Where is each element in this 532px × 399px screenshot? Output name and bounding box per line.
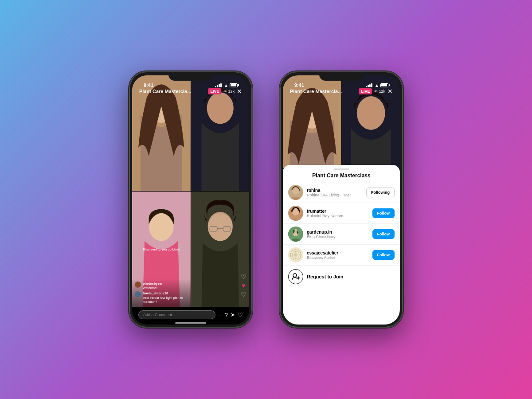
user-info-trumatter: trumatter Rukmini Ray Kadam: [307, 209, 369, 218]
svg-point-10: [208, 213, 232, 241]
panel-item-gardenup: gardenup.in Ekta Chaudhary Follow: [283, 224, 400, 245]
white-panel: Plant Care Masterclass rohina Rohina | A…: [283, 165, 400, 325]
panel-item-trumatter: trumatter Rukmini Ray Kadam Follow: [283, 203, 400, 224]
panel-item-rohina: rohina Rohina | AA Living · Host Followi…: [283, 182, 400, 203]
heart-icon-1: ♡: [241, 273, 246, 280]
comment-input-1[interactable]: Add a Comment...: [138, 310, 215, 319]
close-btn-1[interactable]: ✕: [237, 88, 242, 95]
svg-point-18: [356, 96, 385, 130]
panel-handle: [333, 168, 349, 170]
request-join-item[interactable]: Request to Join: [283, 266, 400, 288]
live-header-2: Plant Care Masterclа... LIVE 👁 12k ✕: [286, 87, 397, 97]
send-icon-1[interactable]: ➤: [231, 312, 235, 318]
avatar-essajees: [288, 247, 303, 262]
close-btn-2[interactable]: ✕: [387, 88, 393, 95]
video-grid-1: Miss seeing you go Live! photosbyean Wel…: [132, 75, 249, 307]
chat-avatar-1: [135, 282, 141, 288]
username-rohina: rohina: [307, 188, 363, 193]
chat-text-2: travis_shreds18 best indoor low light pl…: [143, 291, 188, 304]
avatar-trumatter: [288, 206, 303, 221]
comment-bar-1: Add a Comment... ··· ? ➤ ♡: [135, 309, 246, 321]
svg-point-4: [207, 92, 233, 124]
subtitle-essajees: Essajees Atelier: [307, 255, 369, 260]
username-essajees: essajeesatelier: [307, 250, 369, 255]
chat-message-1: photosbyean Welcome!: [135, 282, 188, 290]
panel-title: Plant Care Masterclass: [283, 172, 400, 182]
live-title-2: Plant Care Masterclа...: [290, 89, 356, 94]
eye-icon-1: 👁: [223, 90, 227, 94]
follow-btn-trumatter[interactable]: Follow: [372, 208, 395, 218]
username-gardenup: gardenup.in: [307, 230, 369, 235]
live-badge-2: LIVE: [359, 88, 372, 94]
user-info-rohina: rohina Rohina | AA Living · Host: [307, 188, 363, 197]
phone-1-screen: 9:41 ▲ Plant Care Masterclа... LIVE 👁: [132, 75, 249, 325]
panel-user-list: rohina Rohina | AA Living · Host Followi…: [283, 182, 400, 319]
svg-point-7: [149, 213, 173, 241]
avatar-rohina: [288, 185, 303, 200]
chat-overlay: photosbyean Welcome! travis_shreds18 bes…: [132, 279, 191, 307]
subtitle-gardenup: Ekta Chaudhary: [307, 235, 369, 239]
heart-icon-3: ♡: [241, 291, 246, 298]
follow-btn-essajees[interactable]: Follow: [372, 250, 395, 260]
request-join-icon: [288, 269, 303, 284]
subtitle-rohina: Rohina | AA Living · Host: [307, 193, 363, 197]
username-trumatter: trumatter: [307, 209, 369, 214]
live-badge-1: LIVE: [208, 88, 221, 94]
follow-btn-gardenup[interactable]: Follow: [372, 229, 395, 239]
heart-icon-2: ♥: [242, 282, 245, 289]
user-info-essajees: essajeesatelier Essajees Atelier: [307, 250, 369, 260]
live-title-1: Plant Care Masterclа...: [139, 89, 206, 94]
live-header-1: Plant Care Masterclа... LIVE 👁 12k ✕: [135, 87, 246, 97]
viewer-count-2: 👁 12k: [374, 89, 385, 94]
user-info-gardenup: gardenup.in Ekta Chaudhary: [307, 230, 369, 239]
hearts-overlay: ♡ ♥ ♡: [241, 273, 246, 298]
chat-text-1: photosbyean Welcome!: [143, 282, 164, 290]
video-cell-4: ♡ ♥ ♡: [191, 192, 250, 307]
chat-message-2: travis_shreds18 best indoor low light pl…: [135, 291, 188, 304]
panel-item-essajees: essajeesatelier Essajees Atelier Follow: [283, 245, 400, 266]
subtitle-trumatter: Rukmini Ray Kadam: [307, 214, 369, 218]
question-icon-1[interactable]: ?: [225, 312, 228, 318]
phone-2-screen: 9:41 ▲ Plant Care Masterclа... LIVE 👁: [283, 75, 400, 325]
avatar-gardenup: [288, 227, 303, 242]
viewer-count-1: 👁 12k: [223, 89, 235, 94]
more-dots-1[interactable]: ···: [218, 312, 222, 317]
video-cell-3: Miss seeing you go Live! photosbyean Wel…: [132, 192, 191, 307]
overlay-text: Miss seeing you go Live!: [143, 247, 180, 250]
svg-point-27: [293, 274, 297, 277]
phone-2: 9:41 ▲ Plant Care Masterclа... LIVE 👁: [279, 71, 403, 328]
home-indicator-2: [326, 321, 357, 322]
phone-1: 9:41 ▲ Plant Care Masterclа... LIVE 👁: [129, 71, 253, 328]
heart-btn-1[interactable]: ♡: [238, 312, 243, 318]
eye-icon-2: 👁: [374, 90, 378, 94]
chat-avatar-2: [135, 291, 141, 297]
request-join-label[interactable]: Request to Join: [307, 274, 344, 279]
home-indicator-1: [175, 322, 206, 324]
following-btn-rohina[interactable]: Following: [366, 188, 395, 197]
